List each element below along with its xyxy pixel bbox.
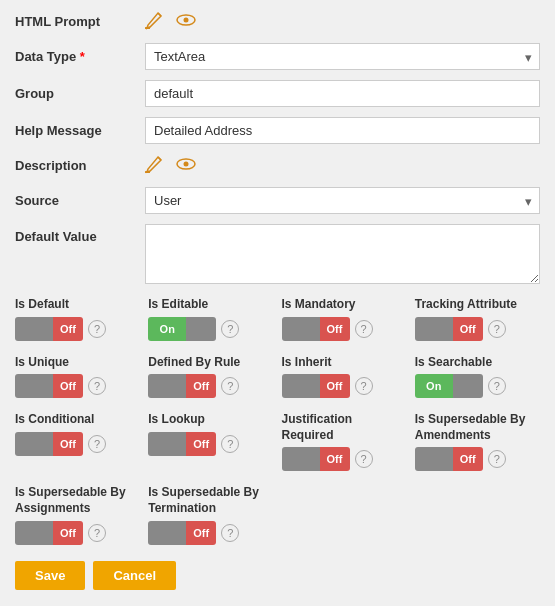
data-type-select[interactable]: TextArea Text Number Date Boolean [145,43,540,70]
toggle-switch-supersedable-by-termination[interactable]: Off [148,521,216,545]
help-icon-is-conditional[interactable]: ? [88,435,106,453]
toggle-label-tracking-attribute: Tracking Attribute [415,297,540,313]
help-icon-justification-required[interactable]: ? [355,450,373,468]
help-message-control [145,117,540,144]
group-input[interactable] [145,80,540,107]
toggle-label-supersedable-by-amendments: Is Supersedable By Amendments [415,412,540,443]
html-prompt-icons [145,10,540,33]
data-type-select-wrapper: TextArea Text Number Date Boolean [145,43,540,70]
help-icon-supersedable-by-amendments[interactable]: ? [488,450,506,468]
toggle-label-is-conditional: Is Conditional [15,412,140,428]
source-select-wrapper: User System Auto [145,187,540,214]
svg-rect-0 [145,27,150,29]
toggle-switch-is-mandatory[interactable]: Off [282,317,350,341]
description-eye-icon[interactable] [175,154,197,177]
toggle-switch-is-searchable[interactable]: On [415,374,483,398]
toggle-item-tracking-attribute: Tracking AttributeOff? [415,297,540,341]
html-prompt-label: HTML Prompt [15,14,145,29]
toggle-label-is-inherit: Is Inherit [282,355,407,371]
default-value-label: Default Value [15,229,145,244]
toggle-item-is-searchable: Is SearchableOn? [415,355,540,399]
help-message-input[interactable] [145,117,540,144]
toggle-switch-is-inherit[interactable]: Off [282,374,350,398]
toggle-switch-supersedable-by-amendments[interactable]: Off [415,447,483,471]
help-icon-supersedable-by-termination[interactable]: ? [221,524,239,542]
toggle-label-is-mandatory: Is Mandatory [282,297,407,313]
group-label: Group [15,86,145,101]
toggle-switch-tracking-attribute[interactable]: Off [415,317,483,341]
toggle-item-supersedable-by-assignments: Is Supersedable By AssignmentsOff? [15,485,140,544]
toggle-label-supersedable-by-termination: Is Supersedable By Termination [148,485,273,516]
data-type-row: Data Type * TextArea Text Number Date Bo… [15,43,540,70]
toggle-item-supersedable-by-termination: Is Supersedable By TerminationOff? [148,485,273,544]
toggle-item-defined-by-rule: Defined By RuleOff? [148,355,273,399]
help-icon-is-inherit[interactable]: ? [355,377,373,395]
toggle-item-is-lookup: Is LookupOff? [148,412,273,471]
source-row: Source User System Auto [15,187,540,214]
toggle-label-is-default: Is Default [15,297,140,313]
toggle-item-is-inherit: Is InheritOff? [282,355,407,399]
toggle-item-is-conditional: Is ConditionalOff? [15,412,140,471]
toggle-switch-defined-by-rule[interactable]: Off [148,374,216,398]
toggle-switch-justification-required[interactable]: Off [282,447,350,471]
toggle-switch-is-editable[interactable]: On [148,317,216,341]
toggle-label-is-unique: Is Unique [15,355,140,371]
toggle-item-is-unique: Is UniqueOff? [15,355,140,399]
svg-point-2 [184,18,189,23]
html-prompt-edit-icon[interactable] [145,10,167,33]
toggle-item-is-default: Is DefaultOff? [15,297,140,341]
toggle-label-defined-by-rule: Defined By Rule [148,355,273,371]
data-type-label: Data Type * [15,49,145,64]
help-icon-defined-by-rule[interactable]: ? [221,377,239,395]
toggle-switch-is-unique[interactable]: Off [15,374,83,398]
toggle-label-justification-required: Justification Required [282,412,407,443]
help-icon-is-searchable[interactable]: ? [488,377,506,395]
toggles-section: Is DefaultOff?Is EditableOn?Is Mandatory… [15,297,540,545]
source-label: Source [15,193,145,208]
help-icon-is-mandatory[interactable]: ? [355,320,373,338]
save-button[interactable]: Save [15,561,85,590]
source-control: User System Auto [145,187,540,214]
html-prompt-row: HTML Prompt [15,10,540,33]
toggle-item-is-mandatory: Is MandatoryOff? [282,297,407,341]
description-row: Description [15,154,540,177]
svg-point-5 [184,162,189,167]
group-control [145,80,540,107]
help-icon-supersedable-by-assignments[interactable]: ? [88,524,106,542]
svg-rect-3 [145,171,150,173]
default-value-textarea[interactable] [145,224,540,284]
description-edit-icon[interactable] [145,154,167,177]
help-icon-is-default[interactable]: ? [88,320,106,338]
description-icons [145,154,540,177]
toggle-item-is-editable: Is EditableOn? [148,297,273,341]
help-message-row: Help Message [15,117,540,144]
toggle-label-is-searchable: Is Searchable [415,355,540,371]
help-icon-is-editable[interactable]: ? [221,320,239,338]
toggle-item-supersedable-by-amendments: Is Supersedable By AmendmentsOff? [415,412,540,471]
default-value-row: Default Value [15,224,540,287]
toggle-label-is-editable: Is Editable [148,297,273,313]
help-message-label: Help Message [15,123,145,138]
source-select[interactable]: User System Auto [145,187,540,214]
default-value-control [145,224,540,287]
toggle-switch-supersedable-by-assignments[interactable]: Off [15,521,83,545]
help-icon-tracking-attribute[interactable]: ? [488,320,506,338]
toggle-item-justification-required: Justification RequiredOff? [282,412,407,471]
toggle-switch-is-default[interactable]: Off [15,317,83,341]
toggle-switch-is-conditional[interactable]: Off [15,432,83,456]
help-icon-is-unique[interactable]: ? [88,377,106,395]
toggle-switch-is-lookup[interactable]: Off [148,432,216,456]
data-type-control: TextArea Text Number Date Boolean [145,43,540,70]
toggle-label-supersedable-by-assignments: Is Supersedable By Assignments [15,485,140,516]
group-row: Group [15,80,540,107]
help-icon-is-lookup[interactable]: ? [221,435,239,453]
description-label: Description [15,158,145,173]
bottom-buttons: Save Cancel [15,561,540,590]
cancel-button[interactable]: Cancel [93,561,176,590]
html-prompt-eye-icon[interactable] [175,10,197,33]
toggle-label-is-lookup: Is Lookup [148,412,273,428]
